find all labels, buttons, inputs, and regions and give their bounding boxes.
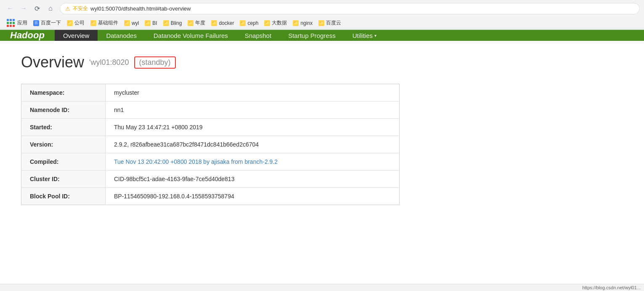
utilities-dropdown-arrow: ▾ <box>374 33 376 38</box>
bookmark-bling[interactable]: 📁 Bling <box>161 19 185 27</box>
back-button[interactable]: ← <box>4 3 16 14</box>
row-value: mycluster <box>106 84 400 101</box>
wyl-favicon: 📁 <box>124 20 130 26</box>
bookmark-label: wyl <box>132 20 139 26</box>
table-row: Namespace:mycluster <box>21 84 400 101</box>
nav-item-volume-failures[interactable]: Datanode Volume Failures <box>145 30 236 41</box>
bookmark-bigdata[interactable]: 📁 大数据 <box>262 19 289 27</box>
table-row: Block Pool ID:BP-1154650980-192.168.0.4-… <box>21 188 400 205</box>
bookmarks-bar: 应用 百 百度一下 📁 公司 📁 基础组件 📁 wyl 📁 BI 📁 Bling… <box>0 17 644 29</box>
bookmark-label: 年度 <box>195 19 205 27</box>
apps-grid-icon <box>7 19 15 27</box>
bookmark-nginx[interactable]: 📁 nginx <box>290 19 315 27</box>
security-label: 不安全 <box>73 5 88 12</box>
browser-toolbar: ← → ⟳ ⌂ ⚠ 不安全 wyl01:50070/dfshealth.html… <box>0 0 644 17</box>
bi-favicon: 📁 <box>145 20 151 26</box>
row-label: Started: <box>21 119 106 136</box>
table-row: Version:2.9.2, r826afbeae31ca687bc2f8471… <box>21 136 400 153</box>
main-content: Overview 'wyl01:8020 (standby) Namespace… <box>0 41 644 218</box>
address-bar-text: wyl01:50070/dfshealth.html#tab-overview <box>90 5 191 12</box>
nav-item-startup-progress[interactable]: Startup Progress <box>280 30 344 41</box>
nav-item-utilities[interactable]: Utilities ▾ <box>344 30 385 41</box>
bigdata-favicon: 📁 <box>264 20 270 26</box>
bookmark-apps[interactable]: 应用 <box>4 18 30 28</box>
bookmark-label: docker <box>219 20 234 26</box>
hadoop-brand: Hadoop <box>0 30 55 41</box>
bookmark-label: Bling <box>171 20 182 26</box>
bling-favicon: 📁 <box>163 20 169 26</box>
bookmark-docker[interactable]: 📁 docker <box>209 19 236 27</box>
row-value: BP-1154650980-192.168.0.4-1558593758794 <box>106 188 400 205</box>
reload-button[interactable]: ⟳ <box>31 3 43 14</box>
bookmark-label: ceph <box>247 20 258 26</box>
bookmark-bi[interactable]: 📁 BI <box>142 19 159 27</box>
nginx-favicon: 📁 <box>293 20 299 26</box>
table-row: Compiled:Tue Nov 13 20:42:00 +0800 2018 … <box>21 153 400 171</box>
row-value: Thu May 23 14:47:21 +0800 2019 <box>106 119 400 136</box>
address-bar[interactable]: ⚠ 不安全 wyl01:50070/dfshealth.html#tab-ove… <box>60 3 640 14</box>
page-title: Overview <box>21 53 84 71</box>
bookmark-ceph[interactable]: 📁 ceph <box>237 19 261 27</box>
table-row: Started:Thu May 23 14:47:21 +0800 2019 <box>21 119 400 136</box>
bookmark-baidu[interactable]: 百 百度一下 <box>31 19 64 27</box>
ceph-favicon: 📁 <box>240 20 246 26</box>
hadoop-nav: Hadoop Overview Datanodes Datanode Volum… <box>0 30 644 41</box>
forward-button[interactable]: → <box>18 3 29 14</box>
bookmark-label: 基础组件 <box>98 19 118 27</box>
home-button[interactable]: ⌂ <box>45 3 56 14</box>
nav-buttons: ← → ⟳ ⌂ <box>4 3 56 14</box>
bookmark-company[interactable]: 📁 公司 <box>64 19 87 27</box>
page-host: 'wyl01:8020 <box>89 58 129 67</box>
bookmark-label: BI <box>152 20 157 26</box>
info-table: Namespace:myclusterNamenode ID:nn1Starte… <box>21 84 400 205</box>
row-label: Namenode ID: <box>21 101 106 119</box>
row-label: Compiled: <box>21 153 106 171</box>
bookmark-label: 大数据 <box>272 19 287 27</box>
page-title-container: Overview 'wyl01:8020 (standby) <box>21 53 623 71</box>
row-label: Cluster ID: <box>21 171 106 188</box>
row-label: Namespace: <box>21 84 106 101</box>
row-value: 2.9.2, r826afbeae31ca687bc2f8471dc841b66… <box>106 136 400 153</box>
nianling-favicon: 📁 <box>188 20 193 26</box>
docker-favicon: 📁 <box>211 20 217 26</box>
row-value[interactable]: Tue Nov 13 20:42:00 +0800 2018 by ajisak… <box>106 153 400 171</box>
nav-item-snapshot[interactable]: Snapshot <box>236 30 280 41</box>
standby-badge: (standby) <box>134 56 176 69</box>
table-row: Namenode ID:nn1 <box>21 101 400 119</box>
bookmark-label: 百度云 <box>326 19 341 27</box>
nav-item-datanodes[interactable]: Datanodes <box>98 30 145 41</box>
row-label: Version: <box>21 136 106 153</box>
bookmark-wyl[interactable]: 📁 wyl <box>122 19 141 27</box>
nav-item-overview[interactable]: Overview <box>55 30 98 41</box>
bookmark-label: 百度一下 <box>41 19 61 27</box>
apps-label: 应用 <box>17 19 27 27</box>
jichu-favicon: 📁 <box>90 20 96 26</box>
row-value: nn1 <box>106 101 400 119</box>
bookmark-label: nginx <box>300 20 313 26</box>
company-favicon: 📁 <box>67 20 73 26</box>
bookmark-jichu[interactable]: 📁 基础组件 <box>88 19 121 27</box>
row-value: CID-98bcf5c1-adae-4163-9fae-7ce5d40de813 <box>106 171 400 188</box>
nav-items: Overview Datanodes Datanode Volume Failu… <box>55 30 644 41</box>
bookmark-label: 公司 <box>74 19 85 27</box>
url-suffix: /dfshealth.html#tab-overview <box>121 5 191 12</box>
row-label: Block Pool ID: <box>21 188 106 205</box>
baiduyun-favicon: 📁 <box>318 20 324 26</box>
baidu-favicon: 百 <box>33 20 39 26</box>
browser-chrome: ← → ⟳ ⌂ ⚠ 不安全 wyl01:50070/dfshealth.html… <box>0 0 644 30</box>
bookmark-nianling[interactable]: 📁 年度 <box>185 19 208 27</box>
bookmark-baiduyun[interactable]: 📁 百度云 <box>316 19 344 27</box>
security-icon: ⚠ <box>65 5 70 12</box>
url-highlighted: wyl01:50070 <box>90 5 121 12</box>
table-row: Cluster ID:CID-98bcf5c1-adae-4163-9fae-7… <box>21 171 400 188</box>
